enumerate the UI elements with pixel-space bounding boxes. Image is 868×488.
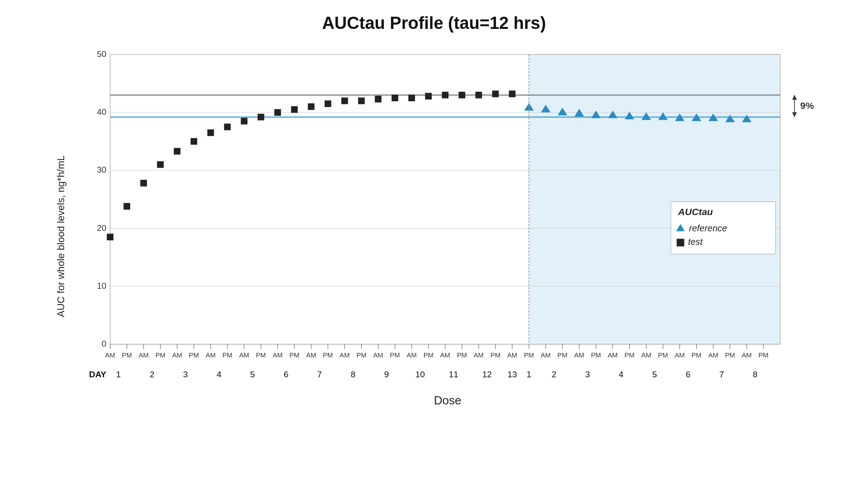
svg-text:DAY: DAY — [89, 370, 107, 379]
svg-text:AM: AM — [474, 352, 484, 359]
svg-rect-42 — [476, 92, 482, 99]
svg-text:AM: AM — [139, 352, 149, 359]
svg-text:30: 30 — [97, 165, 106, 174]
svg-text:20: 20 — [97, 223, 106, 233]
svg-text:0: 0 — [102, 339, 107, 348]
svg-text:PM: PM — [692, 352, 702, 359]
svg-text:8: 8 — [753, 370, 758, 379]
svg-text:9: 9 — [384, 370, 389, 379]
svg-text:test: test — [688, 237, 703, 247]
svg-rect-166 — [677, 239, 684, 246]
svg-text:7: 7 — [317, 370, 322, 379]
svg-rect-32 — [308, 103, 315, 110]
svg-text:2: 2 — [150, 370, 155, 379]
svg-text:PM: PM — [591, 352, 601, 359]
svg-text:50: 50 — [97, 49, 106, 59]
x-axis-area: Dose — [77, 390, 818, 431]
svg-text:AM: AM — [373, 352, 383, 359]
svg-text:PM: PM — [557, 352, 567, 359]
y-axis-label: AUC for whole blood levels, ng*h/mL — [50, 42, 72, 431]
svg-rect-36 — [375, 96, 382, 103]
svg-text:AM: AM — [239, 352, 249, 359]
svg-rect-20 — [107, 234, 113, 240]
svg-rect-25 — [191, 138, 198, 145]
svg-text:AM: AM — [742, 352, 752, 359]
svg-text:reference: reference — [689, 223, 727, 233]
svg-text:AM: AM — [541, 352, 551, 359]
plot-container: 010203040509%AMPMAMPMAMPMAMPMAMPMAMPMAMP… — [77, 42, 818, 390]
svg-text:4: 4 — [619, 370, 624, 379]
svg-rect-33 — [325, 100, 331, 107]
svg-rect-35 — [358, 98, 365, 104]
svg-text:8: 8 — [351, 370, 356, 379]
svg-text:6: 6 — [686, 370, 691, 379]
svg-marker-18 — [792, 113, 797, 117]
svg-text:AM: AM — [273, 352, 283, 359]
svg-text:AM: AM — [105, 352, 115, 359]
svg-text:PM: PM — [491, 352, 500, 359]
svg-text:AM: AM — [608, 352, 618, 359]
svg-text:AM: AM — [507, 352, 517, 359]
svg-rect-26 — [208, 129, 214, 136]
svg-text:40: 40 — [97, 107, 106, 117]
svg-text:PM: PM — [524, 352, 534, 359]
svg-text:PM: PM — [189, 352, 199, 359]
svg-marker-17 — [792, 95, 797, 100]
svg-text:2: 2 — [552, 370, 557, 379]
svg-rect-22 — [140, 180, 147, 187]
chart-area: AUC for whole blood levels, ng*h/mL 0102… — [50, 42, 818, 431]
svg-text:3: 3 — [585, 370, 590, 379]
svg-rect-37 — [392, 94, 398, 101]
svg-rect-41 — [458, 92, 465, 99]
svg-text:9%: 9% — [800, 100, 814, 111]
svg-text:AM: AM — [206, 352, 216, 359]
svg-text:4: 4 — [217, 370, 222, 379]
svg-text:7: 7 — [719, 370, 724, 379]
svg-text:AM: AM — [407, 352, 417, 359]
svg-rect-21 — [123, 203, 130, 210]
svg-text:1: 1 — [527, 370, 532, 379]
svg-text:5: 5 — [652, 370, 657, 379]
svg-rect-28 — [241, 118, 248, 125]
svg-rect-29 — [258, 114, 264, 121]
svg-text:PM: PM — [390, 352, 400, 359]
svg-rect-24 — [174, 148, 180, 155]
svg-text:AM: AM — [641, 352, 651, 359]
svg-rect-27 — [224, 124, 231, 131]
svg-text:AM: AM — [340, 352, 349, 359]
x-axis-label: Dose — [77, 394, 818, 408]
svg-text:AUCtau: AUCtau — [678, 206, 713, 217]
svg-text:PM: PM — [156, 352, 165, 359]
svg-text:PM: PM — [759, 352, 769, 359]
svg-text:PM: PM — [624, 352, 634, 359]
svg-text:5: 5 — [250, 370, 255, 379]
svg-text:AM: AM — [306, 352, 316, 359]
svg-rect-30 — [274, 109, 281, 116]
svg-rect-38 — [408, 94, 415, 101]
svg-text:6: 6 — [283, 370, 288, 379]
svg-rect-39 — [425, 93, 432, 100]
svg-text:PM: PM — [256, 352, 266, 359]
svg-text:PM: PM — [658, 352, 668, 359]
svg-text:AM: AM — [172, 352, 182, 359]
svg-text:11: 11 — [449, 370, 458, 379]
svg-text:1: 1 — [116, 370, 121, 379]
svg-text:AM: AM — [675, 352, 685, 359]
chart-title: AUCtau Profile (tau=12 hrs) — [322, 14, 546, 33]
svg-rect-31 — [291, 106, 298, 113]
main-chart: 010203040509%AMPMAMPMAMPMAMPMAMPMAMPMAMP… — [77, 42, 818, 390]
svg-text:13: 13 — [507, 370, 517, 379]
svg-text:3: 3 — [183, 370, 188, 379]
svg-text:AM: AM — [574, 352, 584, 359]
chart-inner: 010203040509%AMPMAMPMAMPMAMPMAMPMAMPMAMP… — [77, 42, 818, 431]
svg-text:PM: PM — [323, 352, 333, 359]
svg-text:PM: PM — [356, 352, 366, 359]
svg-text:10: 10 — [97, 281, 106, 291]
svg-rect-23 — [157, 161, 164, 168]
svg-text:PM: PM — [122, 352, 132, 359]
svg-rect-0 — [529, 55, 780, 344]
svg-text:10: 10 — [415, 370, 425, 379]
svg-text:PM: PM — [457, 352, 467, 359]
svg-text:AM: AM — [440, 352, 450, 359]
svg-text:PM: PM — [424, 352, 434, 359]
